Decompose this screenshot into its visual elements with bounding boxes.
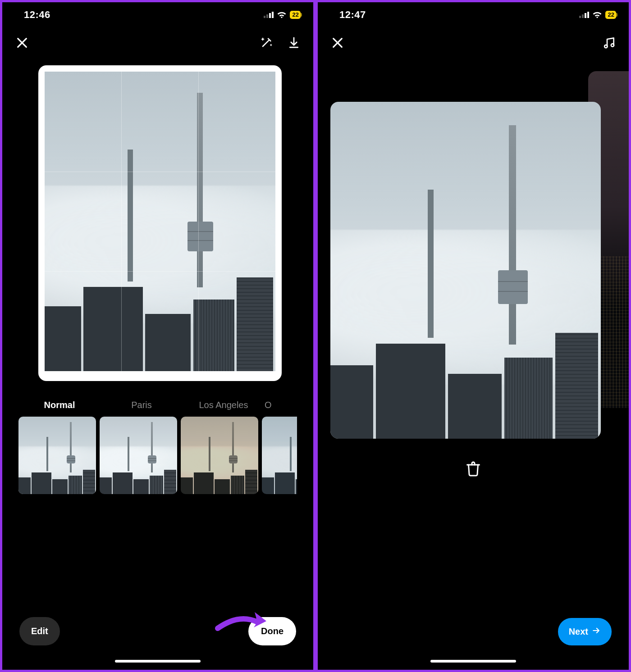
wifi-icon <box>277 11 287 18</box>
battery-indicator: 22 <box>290 11 301 19</box>
status-time: 12:46 <box>24 9 50 21</box>
toolbar <box>2 27 313 59</box>
filter-label-partial[interactable]: O <box>265 400 278 410</box>
carousel-card-main[interactable] <box>330 102 601 439</box>
filter-thumb-paris[interactable] <box>100 417 177 494</box>
filter-label-paris[interactable]: Paris <box>101 400 183 410</box>
svg-rect-2 <box>269 13 271 18</box>
status-time: 12:47 <box>339 9 366 21</box>
next-button[interactable]: Next <box>558 618 612 645</box>
status-bar: 12:47 22 <box>318 2 629 27</box>
filter-thumb-la[interactable] <box>181 417 258 494</box>
filter-strip: Normal Paris Los Angeles O <box>2 400 313 494</box>
done-button[interactable]: Done <box>248 617 296 645</box>
photo-preview-frame[interactable] <box>38 65 282 381</box>
phone-screen-edit: 12:46 22 <box>2 2 313 670</box>
status-icons: 22 <box>579 11 616 19</box>
filter-label-la[interactable]: Los Angeles <box>183 400 265 410</box>
filter-thumb-partial[interactable] <box>262 417 297 494</box>
close-icon[interactable] <box>15 36 29 50</box>
bottom-bar: Edit Done <box>2 617 313 645</box>
bottom-bar: Next <box>318 618 629 645</box>
battery-indicator: 22 <box>605 11 616 19</box>
svg-point-16 <box>604 45 607 48</box>
svg-line-6 <box>263 40 270 46</box>
music-icon[interactable] <box>602 36 616 50</box>
svg-rect-13 <box>587 12 589 18</box>
arrow-right-icon <box>592 626 601 637</box>
svg-rect-1 <box>266 14 268 18</box>
filter-thumb-normal[interactable] <box>18 417 96 494</box>
svg-rect-11 <box>582 14 584 18</box>
trash-icon[interactable] <box>465 460 481 477</box>
magic-wand-icon[interactable] <box>259 36 274 50</box>
svg-rect-3 <box>272 12 274 18</box>
edit-button[interactable]: Edit <box>19 617 60 645</box>
svg-point-17 <box>611 44 614 46</box>
phone-screen-carousel: 12:47 22 <box>318 2 629 670</box>
filter-label-normal[interactable]: Normal <box>18 400 101 410</box>
signal-icon <box>264 12 274 18</box>
home-indicator[interactable] <box>430 660 516 663</box>
svg-rect-12 <box>585 13 586 18</box>
status-bar: 12:46 22 <box>2 2 313 27</box>
home-indicator[interactable] <box>115 660 201 663</box>
svg-rect-0 <box>264 16 265 18</box>
close-icon[interactable] <box>330 36 345 50</box>
svg-rect-10 <box>579 16 581 18</box>
toolbar <box>318 27 629 59</box>
download-icon[interactable] <box>287 36 301 50</box>
status-icons: 22 <box>264 11 301 19</box>
wifi-icon <box>592 11 602 18</box>
signal-icon <box>579 12 589 18</box>
next-button-label: Next <box>569 627 588 637</box>
photo-preview <box>45 72 275 371</box>
carousel[interactable] <box>318 64 629 670</box>
filter-labels: Normal Paris Los Angeles O <box>18 400 297 410</box>
